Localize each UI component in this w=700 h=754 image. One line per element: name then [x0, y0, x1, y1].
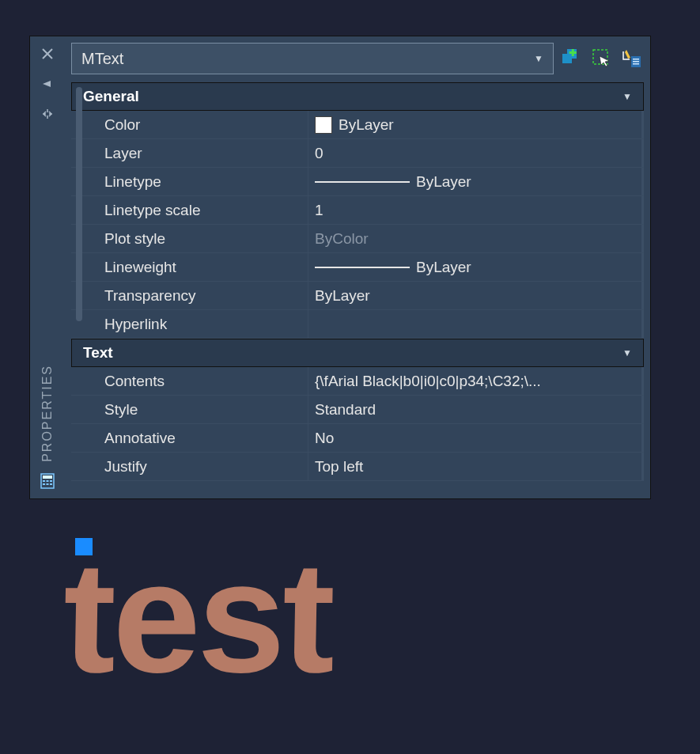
- svg-rect-5: [43, 483, 45, 485]
- prop-value-text: ByLayer: [416, 173, 471, 191]
- svg-rect-13: [633, 61, 639, 63]
- prop-value-text: Top left: [315, 458, 363, 476]
- prop-row-ltscale: Linetype scale 1: [71, 196, 644, 225]
- prop-label: Style: [71, 396, 308, 423]
- prop-value-contents[interactable]: {\fArial Black|b0|i0|c0|p34;\C32;\...: [308, 367, 644, 395]
- svg-rect-7: [50, 483, 52, 485]
- prop-value-text: No: [315, 430, 334, 447]
- svg-rect-6: [47, 483, 49, 485]
- group-title: Text: [83, 344, 113, 362]
- prop-row-annotative: Annotative No: [71, 424, 644, 453]
- prop-row-color: Color ByLayer: [71, 111, 644, 139]
- svg-rect-12: [633, 59, 639, 60]
- svg-rect-4: [50, 480, 52, 482]
- prop-label: Contents: [71, 367, 308, 395]
- chevron-down-icon: ▼: [622, 347, 632, 358]
- lineweight-preview: [315, 267, 410, 268]
- prop-value-text: ByLayer: [339, 116, 394, 134]
- prop-value-linetype[interactable]: ByLayer: [308, 168, 644, 195]
- prop-value-text: ByColor: [315, 230, 369, 248]
- prop-row-lineweight: Lineweight ByLayer: [71, 253, 644, 282]
- prop-value-plotstyle: ByColor: [308, 225, 644, 252]
- prop-value-transparency[interactable]: ByLayer: [308, 282, 644, 309]
- prop-value-text: ByLayer: [315, 287, 370, 305]
- prop-value-justify[interactable]: Top left: [308, 453, 644, 480]
- palette-sidebar: PROPERTIES: [30, 36, 65, 498]
- prop-value-ltscale[interactable]: 1: [308, 196, 644, 224]
- prop-value-text: Standard: [315, 401, 376, 419]
- prop-label: Color: [71, 111, 308, 138]
- prop-row-justify: Justify Top left: [71, 453, 644, 481]
- color-swatch: [315, 116, 332, 134]
- chevron-down-icon: ▼: [534, 53, 543, 64]
- close-icon[interactable]: [40, 46, 55, 62]
- prop-label: Linetype scale: [71, 196, 308, 224]
- prop-value-layer[interactable]: 0: [308, 139, 644, 167]
- prop-row-transparency: Transparency ByLayer: [71, 282, 644, 310]
- prop-label: Linetype: [71, 168, 308, 195]
- prop-value-text: {\fArial Black|b0|i0|c0|p34;\C32;\...: [315, 373, 541, 390]
- prop-label: Plot style: [71, 225, 308, 252]
- prop-label: Hyperlink: [71, 310, 308, 338]
- svg-rect-3: [47, 480, 49, 482]
- prop-value-style[interactable]: Standard: [308, 396, 644, 423]
- prop-row-style: Style Standard: [71, 396, 644, 424]
- top-row: MText ▼: [71, 43, 644, 74]
- palette-body: MText ▼: [65, 36, 650, 498]
- prop-value-color[interactable]: ByLayer: [308, 111, 644, 138]
- svg-rect-1: [43, 476, 52, 479]
- prop-value-lineweight[interactable]: ByLayer: [308, 253, 644, 281]
- linetype-preview: [315, 181, 410, 183]
- prop-row-layer: Layer 0: [71, 139, 644, 168]
- prop-value-text: 0: [315, 145, 324, 162]
- object-type-selector[interactable]: MText ▼: [71, 43, 554, 74]
- prop-label: Layer: [71, 139, 308, 167]
- autohide-icon[interactable]: [40, 76, 55, 92]
- chevron-down-icon: ▼: [622, 91, 632, 102]
- group-header-text[interactable]: Text ▼: [71, 339, 644, 367]
- prop-row-linetype: Linetype ByLayer: [71, 168, 644, 196]
- settings-icon[interactable]: [40, 106, 55, 122]
- svg-rect-2: [43, 480, 45, 482]
- mtext-object[interactable]: test: [62, 546, 333, 688]
- prop-label: Annotative: [71, 424, 308, 452]
- prop-value-text: 1: [315, 202, 324, 219]
- prop-value-hyperlink[interactable]: [308, 310, 644, 338]
- scroll-thumb[interactable]: [76, 87, 82, 321]
- pickadd-icon[interactable]: [560, 47, 584, 70]
- prop-label: Transparency: [71, 282, 308, 309]
- properties-palette: PROPERTIES MText ▼: [29, 36, 651, 499]
- palette-title: PROPERTIES: [40, 365, 55, 462]
- quick-select-icon[interactable]: [620, 47, 644, 70]
- prop-row-plotstyle: Plot style ByColor: [71, 225, 644, 253]
- prop-label: Lineweight: [71, 253, 308, 281]
- prop-value-annotative[interactable]: No: [308, 424, 644, 452]
- quickcalc-icon[interactable]: [40, 473, 55, 489]
- prop-row-hyperlink: Hyperlink: [71, 310, 644, 339]
- group-title: General: [83, 88, 139, 105]
- svg-rect-14: [633, 63, 639, 65]
- object-type-label: MText: [81, 50, 123, 68]
- prop-value-text: ByLayer: [416, 259, 471, 276]
- prop-row-contents: Contents {\fArial Black|b0|i0|c0|p34;\C3…: [71, 367, 644, 396]
- property-groups: General ▼ Color ByLayer Layer 0 Linetype: [71, 82, 644, 498]
- select-objects-icon[interactable]: [590, 47, 614, 70]
- prop-label: Justify: [71, 453, 308, 480]
- group-header-general[interactable]: General ▼: [71, 82, 644, 111]
